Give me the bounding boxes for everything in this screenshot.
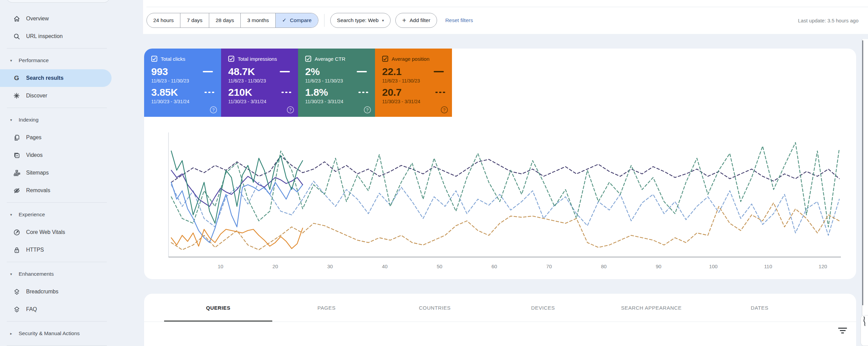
sidebar-item-label: HTTPS <box>26 247 44 253</box>
checkbox-checked-icon[interactable] <box>151 56 157 62</box>
help-icon[interactable]: ? <box>441 106 448 113</box>
sidebar-divider <box>7 321 107 322</box>
range-28-days-button[interactable]: 28 days <box>209 13 240 28</box>
search-type-label: Search type: Web <box>337 17 379 23</box>
faq-icon <box>13 306 20 313</box>
sidebar-divider <box>7 262 107 262</box>
card-range-period2: 11/30/23 - 3/31/24 <box>151 99 214 104</box>
sidebar-section-security-manual-actions[interactable]: ▸Security & Manual Actions <box>0 325 113 342</box>
sidebar-item-label: Breadcrumbs <box>26 289 58 295</box>
card-range-period1: 11/6/23 - 11/30/23 <box>228 78 291 84</box>
sidebar-item-label: Sitemaps <box>26 170 49 176</box>
sidebar-divider <box>7 48 107 49</box>
last-update-text: Last update: 3.5 hours ago <box>798 18 859 23</box>
table-filter-icon[interactable] <box>838 328 847 333</box>
card-range-period2: 11/30/23 - 3/31/24 <box>228 99 291 104</box>
solid-line-key-icon <box>280 71 290 72</box>
total-impressions-card[interactable]: Total impressions 48.7K 11/6/23 - 11/30/… <box>221 49 298 117</box>
tab-dates[interactable]: DATES <box>706 294 814 322</box>
sidebar-item-label: Discover <box>26 93 47 99</box>
sidebar-item-videos[interactable]: Videos <box>0 146 112 164</box>
x-axis-tick-label: 90 <box>656 263 662 269</box>
help-icon[interactable]: ? <box>210 106 217 113</box>
checkbox-checked-icon[interactable] <box>228 56 234 62</box>
videos-icon <box>13 151 20 159</box>
sidebar-divider <box>7 108 107 108</box>
floating-edge-widget[interactable] <box>861 315 868 346</box>
card-value-period2: 20.7 <box>382 87 401 98</box>
performance-line-chart[interactable]: 102030405060708090100110120 <box>168 132 843 275</box>
pages-icon <box>13 134 20 141</box>
scrollbar-thumb[interactable] <box>862 40 863 305</box>
sidebar-item-pages[interactable]: Pages <box>0 129 112 146</box>
search-type-dropdown[interactable]: Search type: Web ▾ <box>330 13 391 28</box>
tab-pages[interactable]: PAGES <box>272 294 380 322</box>
card-label: Total clicks <box>161 56 185 62</box>
card-value-period2: 210K <box>228 87 252 98</box>
add-filter-button[interactable]: + Add filter <box>395 13 437 28</box>
sidebar-item-breadcrumbs[interactable]: Breadcrumbs <box>0 283 112 301</box>
x-axis-tick-label: 70 <box>546 263 552 269</box>
card-range-period1: 11/6/23 - 11/30/23 <box>305 78 368 84</box>
asterisk-icon <box>13 92 20 99</box>
tab-countries[interactable]: COUNTRIES <box>381 294 489 322</box>
card-value-period1: 22.1 <box>382 66 401 77</box>
help-icon[interactable]: ? <box>287 106 294 113</box>
g-logo-icon: G <box>13 74 20 82</box>
sidebar-section-label: Performance <box>19 57 49 63</box>
sidebar-item-removals[interactable]: Removals <box>0 182 112 199</box>
x-axis-tick-label: 120 <box>818 263 827 269</box>
checkbox-checked-icon[interactable] <box>305 56 311 62</box>
sidebar-section-label: Indexing <box>19 117 39 123</box>
chart-series-position-solid <box>171 228 303 249</box>
average-position-card[interactable]: Average position 22.1 11/6/23 - 11/30/23… <box>375 49 452 117</box>
tab-search-appearance[interactable]: SEARCH APPEARANCE <box>597 294 705 322</box>
range-24-hours-button[interactable]: 24 hours <box>147 13 180 28</box>
property-search-box[interactable] <box>6 0 110 3</box>
checkbox-checked-icon[interactable] <box>382 56 388 62</box>
sidebar-item-label: Removals <box>26 187 50 194</box>
card-value-period2: 3.85K <box>151 87 178 98</box>
compare-button[interactable]: ✓ Compare <box>275 13 318 28</box>
x-axis-tick-label: 20 <box>273 263 278 269</box>
card-range-period1: 11/6/23 - 11/30/23 <box>382 78 445 84</box>
date-range-segmented-control: 24 hours 7 days 28 days 3 months ✓ Compa… <box>146 13 318 28</box>
sidebar-section-experience[interactable]: ▾Experience <box>0 206 113 223</box>
sidebar-section-indexing[interactable]: ▾Indexing <box>0 111 113 129</box>
scrollbar[interactable] <box>862 39 868 315</box>
sidebar-item-sitemaps[interactable]: Sitemaps <box>0 164 112 182</box>
range-7-days-button[interactable]: 7 days <box>180 13 209 28</box>
x-axis-tick-label: 40 <box>382 263 388 269</box>
tab-devices[interactable]: DEVICES <box>489 294 597 322</box>
sidebar: OverviewURL inspection▾PerformanceGSearc… <box>0 0 113 346</box>
sidebar-section-performance[interactable]: ▾Performance <box>0 52 113 69</box>
compare-label: Compare <box>290 17 312 23</box>
sidebar-item-core-web-vitals[interactable]: Core Web Vitals <box>0 223 112 241</box>
sidebar-item-label: Search results <box>26 75 63 81</box>
sidebar-item-url-inspection[interactable]: URL inspection <box>0 28 112 45</box>
chevron-down-icon: ▾ <box>382 18 384 23</box>
x-axis-tick-label: 30 <box>327 263 333 269</box>
sidebar-section-enhancements[interactable]: ▾Enhancements <box>0 265 113 283</box>
solid-line-key-icon <box>203 71 213 72</box>
card-label: Average position <box>392 56 429 62</box>
sidebar-item-faq[interactable]: FAQ <box>0 301 112 318</box>
total-clicks-card[interactable]: Total clicks 993 11/6/23 - 11/30/23 3.85… <box>144 49 221 117</box>
x-axis-tick-label: 100 <box>709 263 717 269</box>
tab-queries[interactable]: QUERIES <box>164 294 272 322</box>
help-icon[interactable]: ? <box>364 106 371 113</box>
performance-chart-panel: Total clicks 993 11/6/23 - 11/30/23 3.85… <box>144 49 856 279</box>
sidebar-item-label: Videos <box>26 152 43 158</box>
sidebar-item-search-results[interactable]: GSearch results <box>0 69 112 87</box>
sidebar-item-https[interactable]: HTTPS <box>0 241 112 259</box>
card-value-period1: 2% <box>305 66 320 77</box>
dashed-line-key-icon <box>204 92 214 93</box>
sidebar-item-overview[interactable]: Overview <box>0 10 112 28</box>
dimension-tabs: QUERIES PAGES COUNTRIES DEVICES SEARCH A… <box>164 294 814 322</box>
sidebar-item-discover[interactable]: Discover <box>0 87 112 105</box>
reset-filters-link[interactable]: Reset filters <box>445 17 473 23</box>
range-3-months-button[interactable]: 3 months <box>240 13 275 28</box>
average-ctr-card[interactable]: Average CTR 2% 11/6/23 - 11/30/23 1.8% 1… <box>298 49 375 117</box>
card-range-period2: 11/30/23 - 3/31/24 <box>305 99 368 104</box>
core-web-vitals-icon <box>13 229 20 236</box>
